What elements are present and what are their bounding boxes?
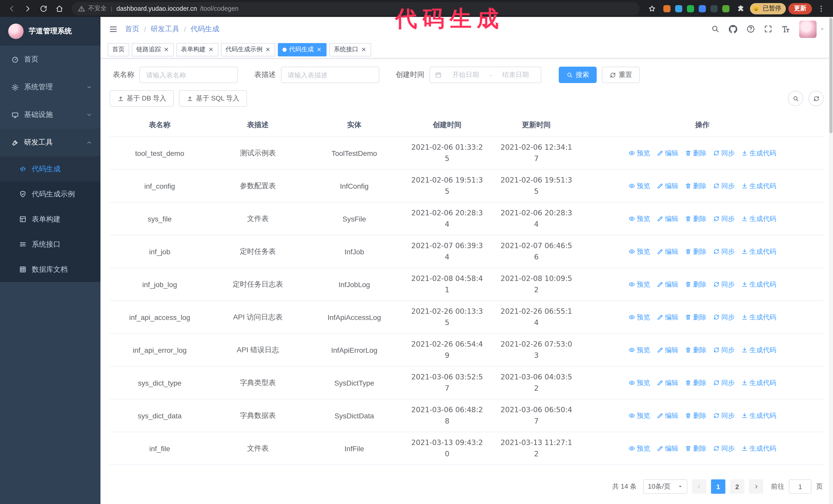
action-sync-link[interactable]: 同步: [713, 411, 735, 420]
fullscreen-button[interactable]: [764, 25, 772, 33]
toggle-search-button[interactable]: [788, 91, 803, 106]
action-preview-link[interactable]: 预览: [628, 280, 650, 289]
page-scrollbar[interactable]: [829, 17, 833, 504]
action-delete-link[interactable]: 删除: [685, 444, 706, 453]
app-logo[interactable]: 芋道管理系统: [0, 17, 100, 46]
close-icon[interactable]: [316, 47, 322, 52]
browser-menu-button[interactable]: [814, 2, 828, 15]
action-sync-link[interactable]: 同步: [713, 181, 735, 190]
close-icon[interactable]: [265, 47, 271, 52]
action-generate-link[interactable]: 生成代码: [741, 444, 776, 453]
action-sync-link[interactable]: 同步: [713, 280, 735, 289]
action-preview-link[interactable]: 预览: [628, 411, 650, 420]
action-delete-link[interactable]: 删除: [685, 280, 706, 289]
action-preview-link[interactable]: 预览: [628, 247, 650, 256]
action-preview-link[interactable]: 预览: [628, 312, 650, 322]
browser-extension-icon[interactable]: [722, 5, 730, 12]
table-desc-input[interactable]: [281, 67, 379, 83]
action-generate-link[interactable]: 生成代码: [741, 214, 776, 223]
browser-extension-icon[interactable]: [711, 5, 718, 12]
action-edit-link[interactable]: 编辑: [657, 214, 678, 223]
browser-reload-button[interactable]: [37, 2, 50, 15]
browser-home-button[interactable]: [53, 2, 66, 15]
action-generate-link[interactable]: 生成代码: [741, 411, 776, 420]
search-button[interactable]: 搜索: [559, 67, 597, 83]
action-generate-link[interactable]: 生成代码: [741, 312, 776, 322]
action-edit-link[interactable]: 编辑: [657, 312, 678, 322]
action-sync-link[interactable]: 同步: [713, 214, 735, 223]
action-sync-link[interactable]: 同步: [713, 312, 735, 322]
browser-update-button[interactable]: 更新: [788, 3, 812, 14]
action-edit-link[interactable]: 编辑: [657, 247, 678, 256]
action-preview-link[interactable]: 预览: [628, 148, 650, 158]
browser-extension-icon[interactable]: [699, 5, 706, 12]
action-generate-link[interactable]: 生成代码: [741, 345, 776, 355]
extensions-menu-button[interactable]: [734, 2, 747, 15]
import-db-button[interactable]: 基于 DB 导入: [110, 90, 174, 106]
table-name-input[interactable]: [139, 67, 238, 83]
sidebar-item-devtools[interactable]: 研发工具: [0, 129, 100, 157]
action-sync-link[interactable]: 同步: [713, 345, 735, 355]
action-sync-link[interactable]: 同步: [713, 148, 735, 158]
docs-help-button[interactable]: [746, 25, 755, 33]
github-link[interactable]: [729, 24, 738, 33]
action-delete-link[interactable]: 删除: [685, 247, 706, 256]
action-edit-link[interactable]: 编辑: [657, 280, 678, 289]
action-preview-link[interactable]: 预览: [628, 181, 650, 190]
reset-button[interactable]: 重置: [602, 67, 640, 83]
sidebar-subitem-system-api[interactable]: 系统接口: [0, 232, 100, 257]
action-sync-link[interactable]: 同步: [713, 247, 735, 256]
action-generate-link[interactable]: 生成代码: [741, 378, 776, 387]
action-generate-link[interactable]: 生成代码: [741, 148, 776, 158]
action-preview-link[interactable]: 预览: [628, 378, 650, 387]
breadcrumb-item[interactable]: 研发工具: [151, 24, 180, 33]
sidebar-subitem-codegen[interactable]: 代码生成: [0, 157, 100, 182]
sidebar-subitem-db-doc[interactable]: 数据库文档: [0, 257, 100, 282]
action-delete-link[interactable]: 删除: [685, 148, 706, 158]
create-time-range-picker[interactable]: 开始日期 - 结束日期: [430, 67, 541, 83]
refresh-table-button[interactable]: [808, 91, 824, 106]
page-button-1[interactable]: 1: [711, 479, 725, 494]
action-delete-link[interactable]: 删除: [685, 181, 706, 190]
view-tab-codegen[interactable]: 代码生成: [278, 43, 327, 56]
sidebar-subitem-codegen-example[interactable]: 代码生成示例: [0, 182, 100, 207]
action-generate-link[interactable]: 生成代码: [741, 181, 776, 190]
user-avatar-dropdown[interactable]: [799, 20, 825, 38]
view-tab-trace[interactable]: 链路追踪: [132, 43, 174, 56]
sidebar-toggle-button[interactable]: [109, 24, 118, 33]
view-tab-system-api[interactable]: 系统接口: [329, 43, 371, 56]
action-delete-link[interactable]: 删除: [685, 214, 706, 223]
close-icon[interactable]: [164, 47, 169, 52]
browser-profile-chip[interactable]: 已暂停: [750, 3, 786, 14]
sidebar-item-system[interactable]: 系统管理: [0, 73, 100, 101]
action-edit-link[interactable]: 编辑: [657, 411, 678, 420]
import-sql-button[interactable]: 基于 SQL 导入: [179, 90, 247, 106]
page-button-2[interactable]: 2: [730, 479, 744, 494]
action-edit-link[interactable]: 编辑: [657, 345, 678, 355]
browser-extension-icon[interactable]: [663, 5, 670, 12]
browser-forward-button[interactable]: [21, 2, 34, 15]
action-delete-link[interactable]: 删除: [685, 378, 706, 387]
browser-extension-icon[interactable]: [675, 5, 682, 12]
bookmark-star-button[interactable]: [645, 2, 659, 15]
action-sync-link[interactable]: 同步: [713, 444, 735, 453]
action-edit-link[interactable]: 编辑: [657, 444, 678, 453]
action-generate-link[interactable]: 生成代码: [741, 280, 776, 289]
action-sync-link[interactable]: 同步: [713, 378, 735, 387]
browser-back-button[interactable]: [5, 2, 19, 15]
sidebar-subitem-form-builder[interactable]: 表单构建: [0, 207, 100, 232]
sidebar-item-home[interactable]: 首页: [0, 46, 100, 73]
page-size-select[interactable]: 10条/页: [643, 479, 687, 494]
next-page-button[interactable]: [749, 479, 763, 494]
action-preview-link[interactable]: 预览: [628, 214, 650, 223]
breadcrumb-item[interactable]: 首页: [125, 24, 139, 33]
view-tab-codegen-example[interactable]: 代码生成示例: [221, 43, 275, 56]
view-tab-home[interactable]: 首页: [108, 43, 129, 56]
action-preview-link[interactable]: 预览: [628, 444, 650, 453]
action-generate-link[interactable]: 生成代码: [741, 247, 776, 256]
action-edit-link[interactable]: 编辑: [657, 181, 678, 190]
goto-page-input[interactable]: [789, 479, 811, 494]
close-icon[interactable]: [361, 47, 366, 52]
font-size-button[interactable]: [781, 24, 790, 33]
action-edit-link[interactable]: 编辑: [657, 378, 678, 387]
